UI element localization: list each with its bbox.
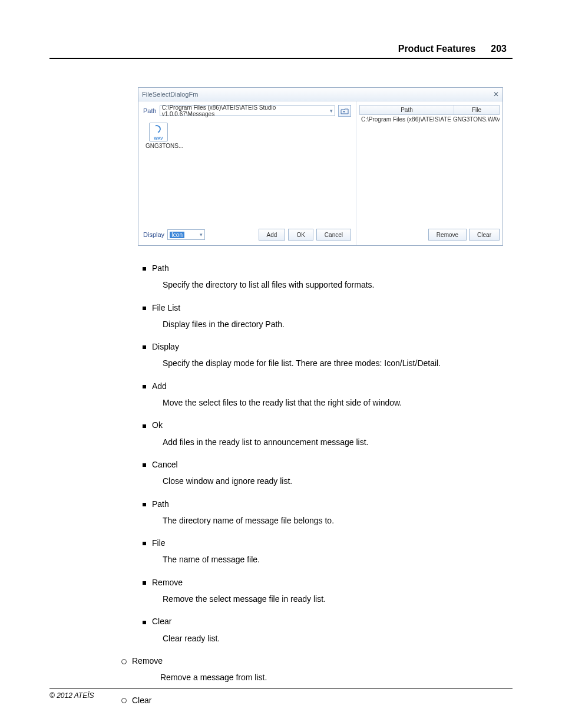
header-title: Product Features bbox=[398, 44, 476, 54]
table-row[interactable]: C:\Program Files (x86)\ATEIS\ATEIS GNG3T… bbox=[359, 115, 500, 124]
description: Remove the select message file in ready … bbox=[163, 593, 513, 605]
term: Ok bbox=[152, 420, 163, 430]
bullet-icon bbox=[143, 621, 146, 624]
term: Remove bbox=[152, 578, 183, 587]
description: Specify the display mode for file list. … bbox=[163, 357, 513, 369]
file-list-area[interactable]: GNG3TONS... bbox=[143, 120, 351, 225]
term: Remove bbox=[132, 656, 163, 666]
description: Display files in the directory Path. bbox=[163, 318, 513, 330]
cancel-button[interactable]: Cancel bbox=[316, 229, 351, 241]
path-dropdown-icon[interactable]: ▾ bbox=[330, 108, 333, 114]
term: File bbox=[152, 538, 166, 548]
description: Move the select files to the ready list … bbox=[163, 397, 513, 409]
file-name: GNG3TONS... bbox=[146, 143, 183, 149]
term: Display bbox=[152, 342, 179, 351]
path-label: Path bbox=[143, 107, 157, 114]
description: Clear ready list. bbox=[163, 633, 513, 644]
display-label: Display bbox=[143, 231, 164, 238]
page-number: 203 bbox=[491, 44, 507, 54]
path-value: C:\Program Files (x86)\ATEIS\ATEIS Studi… bbox=[162, 104, 330, 117]
file-select-dialog: FileSelectDialogFm ✕ Path C:\Program Fil… bbox=[138, 87, 503, 246]
display-value: Icon bbox=[170, 232, 184, 238]
col-path[interactable]: Path bbox=[360, 106, 454, 114]
circle-bullet-icon bbox=[121, 659, 127, 664]
display-dropdown-icon: ▾ bbox=[200, 232, 203, 238]
path-input[interactable]: C:\Program Files (x86)\ATEIS\ATEIS Studi… bbox=[160, 106, 335, 116]
cell-path: C:\Program Files (x86)\ATEIS\ATEIS bbox=[359, 115, 451, 124]
term: Add bbox=[152, 381, 167, 391]
dialog-titlebar: FileSelectDialogFm ✕ bbox=[138, 88, 503, 101]
description: The name of message file. bbox=[163, 554, 513, 565]
bullet-icon bbox=[143, 463, 146, 467]
term: Clear bbox=[152, 617, 171, 626]
description: Remove a message from list. bbox=[160, 671, 513, 683]
folder-up-button[interactable] bbox=[338, 105, 351, 117]
term: Path bbox=[152, 263, 169, 273]
bullet-icon bbox=[143, 581, 146, 585]
definition-list: PathSpecify the directory to list all fi… bbox=[143, 262, 513, 706]
description: Close window and ignore ready list. bbox=[163, 475, 513, 487]
add-button[interactable]: Add bbox=[259, 229, 286, 241]
cell-file: GNG3TONS.WAV bbox=[451, 115, 500, 124]
bullet-icon bbox=[143, 267, 146, 271]
clear-button[interactable]: Clear bbox=[469, 229, 500, 241]
bullet-icon bbox=[143, 345, 146, 349]
description: Specify the directory to list all files … bbox=[163, 279, 513, 291]
footer-copyright: © 2012 ATEÏS bbox=[49, 689, 513, 700]
display-select[interactable]: Icon ▾ bbox=[167, 229, 205, 240]
close-icon[interactable]: ✕ bbox=[493, 90, 499, 98]
ready-list-header: Path File bbox=[359, 105, 500, 115]
term: File List bbox=[152, 303, 180, 312]
wav-file-icon bbox=[149, 123, 168, 141]
term: Path bbox=[152, 499, 169, 509]
bullet-icon bbox=[143, 542, 146, 545]
bullet-icon bbox=[143, 385, 146, 388]
dialog-title: FileSelectDialogFm bbox=[142, 91, 198, 98]
bullet-icon bbox=[143, 424, 146, 428]
ready-list[interactable]: C:\Program Files (x86)\ATEIS\ATEIS GNG3T… bbox=[359, 115, 500, 225]
description: Add files in the ready list to announcem… bbox=[163, 436, 513, 448]
file-item[interactable]: GNG3TONS... bbox=[146, 123, 171, 149]
bullet-icon bbox=[143, 307, 146, 310]
bullet-icon bbox=[143, 503, 146, 506]
ok-button[interactable]: OK bbox=[288, 229, 313, 241]
term: Cancel bbox=[152, 460, 178, 469]
description: The directory name of message file belon… bbox=[163, 515, 513, 526]
remove-button[interactable]: Remove bbox=[428, 229, 467, 241]
col-file[interactable]: File bbox=[454, 106, 499, 114]
